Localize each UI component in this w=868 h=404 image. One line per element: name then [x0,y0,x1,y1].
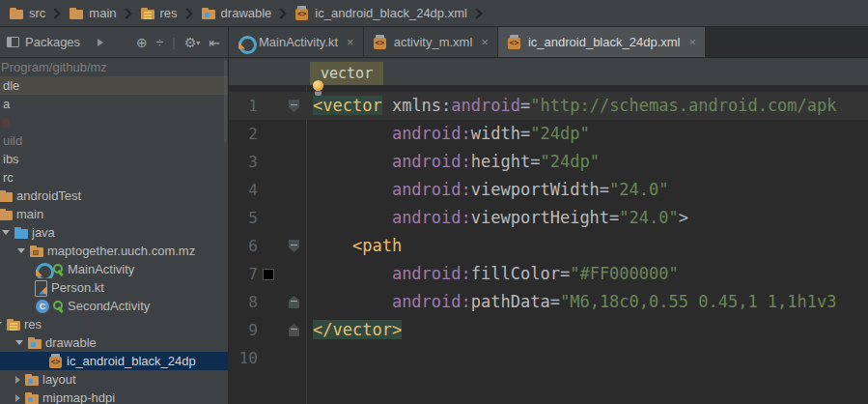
code-text[interactable]: android:pathData="M6,18c0,0.55 0.45,1 1,… [306,288,868,316]
code-text[interactable]: android:fillColor="#FF000000" [306,260,868,288]
tree-item-java[interactable]: java [0,223,228,242]
fold-collapse-icon[interactable] [289,100,299,112]
tree-item-res[interactable]: res [0,315,228,333]
tree-item-Program/github/mz[interactable]: Program/github/mz [0,58,228,76]
tab-ic_android_black_24dp.xml[interactable]: ic_android_black_24dp.xml× [498,27,706,57]
tree-item-mipmap-hdpi[interactable]: mipmap-hdpi [0,389,228,404]
xml-file-icon [294,6,310,21]
token-str: "M6,18c0,0.55 0.45,1 1,1h1v3 [560,292,837,311]
fold-collapse-icon[interactable] [289,240,299,252]
gutter-mid [258,269,279,280]
code-text[interactable]: android:height="24dp" [306,148,868,176]
code-line[interactable]: 7 android:fillColor="#FF000000" [229,260,868,288]
locate-icon[interactable]: ⊕ [136,36,148,49]
line-number: 5 [229,204,258,232]
expand-view-arrow-icon[interactable] [98,39,103,46]
res-sub-folder-icon [27,335,42,351]
collapse-all-icon[interactable]: ÷ [156,36,164,49]
intention-bulb-icon[interactable] [312,80,324,98]
chevron-expanded-icon[interactable] [17,248,25,253]
code-text[interactable]: android:width="24dp" [306,120,868,148]
code-line[interactable]: 1<vector xmlns:android="http://schemas.a… [229,92,868,120]
code-line[interactable]: 2 android:width="24dp" [229,120,868,148]
color-preview-swatch[interactable] [263,269,274,280]
breadcrumb-item-ic_android_black_24dp.xml[interactable]: ic_android_black_24dp.xml [292,0,470,26]
tree-item-uild[interactable]: uild [0,131,228,150]
view-selector[interactable]: Packages [25,35,80,49]
tree-item-androidTest[interactable]: androidTest [0,187,228,205]
chevron-collapsed-icon[interactable] [15,394,20,402]
close-tab-icon[interactable]: × [481,35,489,49]
xml-file-icon [507,35,522,50]
tree-item-label: SecondActivity [68,299,150,313]
code-text[interactable]: <path [306,232,868,260]
close-tab-icon[interactable]: × [347,35,354,49]
token-str: "#FF000000" [570,264,679,283]
tree-item-main[interactable]: main [0,205,228,223]
code-text[interactable]: android:viewportHeight="24.0"> [306,204,868,232]
code-line[interactable]: 4 android:viewportWidth="24.0" [229,176,868,204]
editor-pane[interactable]: vector 1<vector xmlns:android="http://sc… [229,58,868,404]
tab-activity_m.xml[interactable]: activity_m.xml× [364,27,498,57]
code-line[interactable]: 3 android:height="24dp" [229,148,868,176]
tree-item-label: rc [3,170,14,185]
tree-item-label: maptogether.uuch.com.mz [47,244,195,258]
tree-item-dle[interactable]: dle [0,76,228,95]
breadcrumb-item-main[interactable]: main [66,0,119,26]
tree-scrollbar[interactable] [224,60,227,143]
code-line[interactable]: 8 android:pathData="M6,18c0,0.55 0.45,1 … [229,288,868,316]
chevron-expanded-icon[interactable] [15,340,23,345]
kotlin-class-icon [238,35,253,50]
token-ns: : [462,264,471,283]
code-text[interactable]: <vector xmlns:android="http://schemas.an… [306,92,868,120]
token-plain [313,180,392,199]
breadcrumb-item-res[interactable]: res [137,0,181,26]
breadcrumb-item-src[interactable]: src [6,0,48,26]
code-line[interactable]: 6 <path [229,232,868,260]
tree-item-layout[interactable]: layout [0,370,228,389]
tree-item-SecondActivity[interactable]: SecondActivity [0,297,228,315]
chevron-collapsed-icon[interactable] [15,376,20,384]
tree-item-blank[interactable] [0,113,228,131]
res-folder-mark-icon [144,12,152,14]
gutter-fold-column [279,296,306,308]
java-class-icon [35,299,50,314]
token-str: "24dp" [540,152,599,171]
tree-item-maptogether.uuch.com.mz[interactable]: maptogether.uuch.com.mz [0,242,228,260]
code-line[interactable]: 5 android:viewportHeight="24.0"> [229,204,868,232]
chevron-expanded-icon[interactable] [0,322,2,327]
folder-icon [0,188,14,204]
tree-item-MainActivity[interactable]: MainActivity [0,260,228,278]
code-line[interactable]: 10 [229,344,868,372]
tree-item-rc[interactable]: rc [0,168,228,187]
hide-panel-icon[interactable]: ⇤ [209,36,220,49]
tree-item-Person.kt[interactable]: Person.kt [0,278,228,297]
tree-item-label: androidTest [16,188,81,203]
tree-item-a[interactable]: a [0,95,228,113]
token-plain: : [441,96,451,115]
code-line[interactable]: 9</vector> [229,316,868,344]
res-sub-folder-mark-icon [31,342,36,347]
tree-item-ibs[interactable]: ibs [0,150,228,168]
tab-MainActivity.kt[interactable]: MainActivity.kt× [229,27,364,57]
fold-end-icon[interactable] [289,296,299,308]
tree-item-ic_android_black_24dp[interactable]: ic_android_black_24dp [0,352,228,370]
code-text[interactable]: android:viewportWidth="24.0" [306,176,868,204]
code-area[interactable]: 1<vector xmlns:android="http://schemas.a… [229,86,868,372]
breadcrumb-item-drawable[interactable]: drawable [198,0,275,26]
code-text[interactable]: </vector> [306,316,868,344]
settings-gear-icon[interactable]: ⚙▾ [184,36,201,49]
key-badge-icon [52,263,65,276]
tree-item-drawable[interactable]: drawable [0,333,228,352]
fold-end-icon[interactable] [289,324,299,336]
navigation-breadcrumb-bar: srcmainresdrawableic_android_black_24dp.… [0,0,868,27]
chevron-expanded-icon[interactable] [2,230,10,235]
tree-item-label: uild [3,133,22,148]
folder-blue-icon [14,225,29,241]
res-sub-folder-mark-icon [28,397,33,402]
toolbar-row: Packages ⊕÷|⚙▾⇤ MainActivity.kt×activity… [0,27,868,58]
close-tab-icon[interactable]: × [688,35,696,49]
xml-file-icon [48,354,64,369]
token-attr: width [471,124,520,143]
line-number: 10 [229,344,258,372]
